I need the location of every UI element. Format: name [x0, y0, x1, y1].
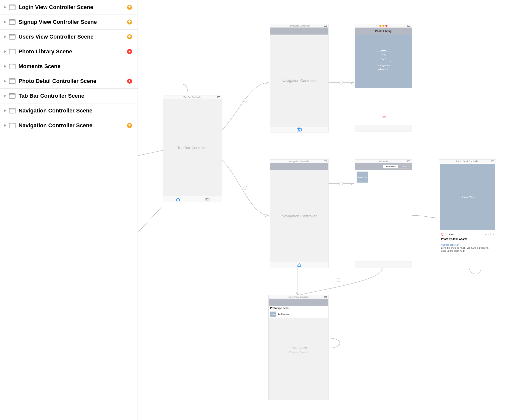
svg-rect-58	[206, 198, 208, 199]
imageview-label: UIImageView	[377, 64, 390, 67]
collection-cell-imageview[interactable]: UIImageView	[357, 172, 368, 183]
scene-row-photolib[interactable]: Photo Library Scene	[0, 44, 138, 59]
svg-point-2	[10, 5, 11, 6]
svg-point-10	[12, 20, 13, 21]
warning-status-icon	[127, 34, 133, 40]
error-status-icon	[127, 49, 133, 55]
storyboard-canvas[interactable]: Tab Bar Controller Tab Bar Controller Na…	[138, 0, 520, 420]
svg-point-43	[11, 109, 12, 109]
heart-icon[interactable]	[441, 233, 445, 236]
scene-row-nav2[interactable]: Navigation Controller Scene	[0, 118, 138, 133]
disclosure-triangle-icon[interactable]	[3, 79, 8, 83]
disclosure-triangle-icon[interactable]	[3, 20, 8, 24]
svg-point-51	[244, 98, 247, 102]
segment-moments[interactable]: Moments	[383, 165, 398, 168]
prototype-cells-header: Prototype Cells	[269, 306, 328, 311]
svg-point-33	[12, 79, 13, 80]
svg-point-15	[11, 35, 12, 35]
scene-label: Moments Scene	[19, 63, 133, 70]
svg-point-60	[298, 129, 300, 130]
scene-label: Photo Detail Controller Scene	[19, 78, 127, 84]
warning-status-icon	[127, 122, 133, 128]
camera-tab-icon[interactable]	[297, 127, 302, 131]
storyboard-scene-icon	[9, 123, 16, 128]
nav-controller-home-scene[interactable]: Navigation Controller Navigation Control…	[270, 159, 329, 268]
outline-sidebar: Login View Controller Scene Signup View …	[0, 0, 138, 420]
svg-point-4	[12, 5, 13, 6]
scene-row-login[interactable]: Login View Controller Scene	[0, 0, 138, 15]
scene-row-photodetail[interactable]: Photo Detail Controller Scene	[0, 74, 138, 89]
warning-status-icon	[127, 4, 133, 10]
disclosure-triangle-icon[interactable]	[3, 64, 8, 69]
camera-tab-icon[interactable]	[205, 197, 210, 201]
disclosure-triangle-icon[interactable]	[3, 108, 8, 113]
svg-point-14	[10, 35, 11, 35]
commenter-name[interactable]: Thomas Jefferson	[439, 243, 496, 247]
svg-point-32	[11, 79, 12, 80]
svg-point-52	[244, 186, 247, 190]
photo-library-scene[interactable]: Photo Library UIImageView Take Photo Pos…	[355, 24, 412, 131]
svg-point-3	[11, 5, 12, 6]
svg-point-57	[206, 199, 208, 200]
more-actions[interactable]: • • •	[485, 233, 494, 236]
scene-row-moments[interactable]: Moments Scene	[0, 59, 138, 74]
scene-label: Signup View Controller Scene	[19, 19, 127, 25]
photo-author: Photo by John Adams	[439, 238, 496, 241]
svg-point-28	[12, 64, 13, 65]
disclosure-triangle-icon[interactable]	[3, 123, 8, 128]
segment-users[interactable]: Users	[398, 165, 409, 168]
svg-rect-61	[298, 128, 300, 128]
svg-point-47	[10, 123, 11, 124]
svg-point-39	[12, 94, 13, 94]
detail-imageview[interactable]: UIImageView	[440, 164, 495, 230]
scene-title: Navigation Controller	[270, 24, 328, 28]
users-view-scene[interactable]: Users View Controller Prototype Cells im…	[268, 295, 329, 400]
scene-title: Users View Controller	[269, 295, 328, 299]
storyboard-scene-icon	[9, 64, 16, 69]
scene-row-signup[interactable]: Signup View Controller Scene	[0, 15, 138, 30]
storyboard-scene-icon	[9, 34, 16, 40]
storyboard-scene-icon	[9, 108, 16, 113]
scene-title: Photo Detail Controller	[439, 160, 496, 163]
home-tab-icon[interactable]	[297, 263, 302, 267]
svg-point-20	[10, 50, 11, 50]
home-tab-icon[interactable]	[175, 197, 180, 201]
warning-status-icon	[127, 19, 133, 25]
photo-detail-scene[interactable]: Photo Detail Controller UIImageView 32 L…	[439, 159, 496, 268]
nav-controller-camera-scene[interactable]: Navigation Controller Navigation Control…	[270, 24, 329, 132]
tab-bar	[270, 262, 328, 268]
scene-row-users[interactable]: Users View Controller Scene	[0, 30, 138, 44]
svg-point-44	[12, 109, 13, 109]
more-dots-icon: • • •	[485, 233, 489, 236]
nav-bar	[270, 28, 328, 35]
moments-scene[interactable]: Moments Moments Users UIImageView	[355, 159, 412, 268]
tabbar-controller-scene[interactable]: Tab Bar Controller Tab Bar Controller	[163, 95, 222, 202]
nav-bar	[270, 163, 328, 170]
scene-row-nav1[interactable]: Navigation Controller Scene	[0, 103, 138, 118]
prototype-cell[interactable]: image Full Name	[269, 311, 328, 318]
svg-point-42	[10, 109, 11, 109]
photo-lib-imageview[interactable]: UIImageView Take Photo	[355, 35, 412, 88]
nav-bar-title: Photo Library	[355, 28, 412, 35]
disclosure-triangle-icon[interactable]	[3, 35, 8, 39]
comment-text: Love this photo so much. You have a grea…	[439, 247, 496, 254]
svg-point-31	[10, 79, 11, 80]
disclosure-triangle-icon[interactable]	[3, 5, 8, 10]
tab-bar	[163, 196, 222, 202]
svg-point-27	[11, 64, 12, 65]
nav-bar: Moments Users	[355, 163, 412, 170]
svg-point-49	[12, 123, 13, 124]
scene-label: Users View Controller Scene	[19, 34, 127, 40]
disclosure-triangle-icon[interactable]	[3, 49, 8, 54]
scene-row-tabbar[interactable]: Tab Bar Controller Scene	[0, 89, 138, 103]
likes-count: 32 Likes	[446, 233, 455, 236]
scene-body-label: Navigation Controller	[270, 170, 328, 262]
disclosure-triangle-icon[interactable]	[3, 94, 8, 98]
cell-thumbnail: image	[270, 312, 276, 317]
svg-point-16	[12, 35, 13, 35]
post-button[interactable]: Post	[355, 109, 412, 125]
scene-title: Navigation Controller	[270, 160, 328, 163]
svg-point-38	[11, 94, 12, 94]
svg-point-8	[10, 20, 11, 21]
segment-control[interactable]: Moments Users	[383, 165, 410, 169]
